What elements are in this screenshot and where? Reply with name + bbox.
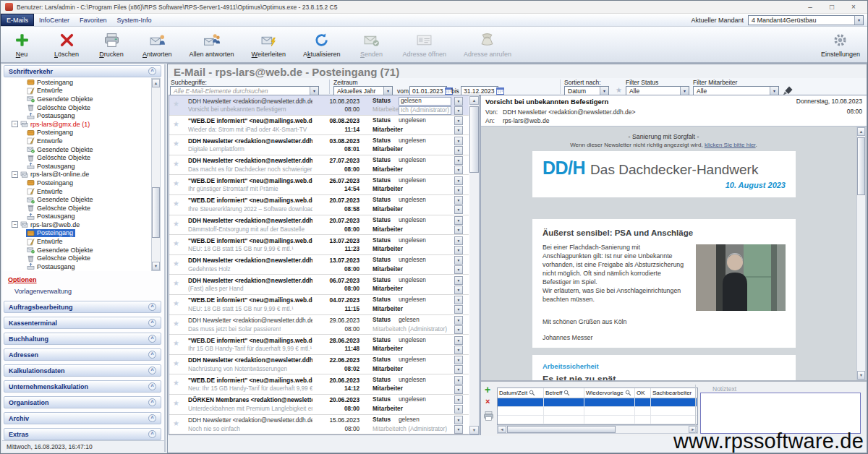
chevron-down-icon[interactable]: ▾ bbox=[454, 346, 463, 354]
notes-col-betreff[interactable]: Betreff bbox=[544, 388, 584, 398]
delete-note-button[interactable]: × bbox=[485, 398, 490, 406]
scroll-up-icon[interactable]: ▲ bbox=[152, 79, 160, 87]
chevron-down-icon[interactable]: ▾ bbox=[454, 126, 463, 134]
chevron-down-icon[interactable]: ▾ bbox=[310, 87, 318, 95]
section-tag[interactable]: Arbeitssicherheit bbox=[542, 362, 786, 370]
star-icon[interactable]: ★ bbox=[173, 180, 179, 187]
chevron-down-icon[interactable]: ▾ bbox=[454, 216, 463, 225]
chevron-down-icon[interactable]: ▾ bbox=[454, 137, 463, 145]
email-row[interactable]: ★"WEB.DE informiert" <neu@mailings.web.d… bbox=[169, 175, 469, 195]
sidebar-section-organisation[interactable]: Organisation^ bbox=[4, 396, 161, 408]
chevron-down-icon[interactable]: ▾ bbox=[454, 296, 463, 304]
tree-item-gesendete-objekte[interactable]: Gesendete Objekte bbox=[4, 246, 150, 254]
star-icon[interactable]: ★ bbox=[173, 360, 179, 367]
collapse-box-icon[interactable]: − bbox=[12, 121, 18, 127]
settings-button[interactable]: Einstellungen bbox=[821, 32, 860, 58]
tree-item-posteingang[interactable]: Posteingang bbox=[4, 229, 150, 238]
email-row[interactable]: ★DDH Newsletter <redaktion@newsletter.dd… bbox=[169, 275, 469, 295]
options-link[interactable]: Optionen bbox=[8, 276, 37, 283]
chevron-down-icon[interactable]: ▾ bbox=[600, 87, 608, 95]
notes-col-sachbearbeiter[interactable]: Sachbearbeiter bbox=[651, 388, 697, 398]
menu-tab-favoriten[interactable]: Favoriten bbox=[75, 14, 112, 26]
scroll-down-icon[interactable]: ▼ bbox=[152, 262, 160, 270]
email-row[interactable]: ★"WEB.DE informiert" <neu@mailings.web.d… bbox=[169, 116, 469, 136]
notes-col-ok[interactable]: OK bbox=[635, 388, 651, 398]
tree-item-postausgang[interactable]: Postausgang bbox=[4, 213, 150, 221]
new-button[interactable]: Neu bbox=[8, 32, 35, 58]
tree-item-posteingang[interactable]: Posteingang bbox=[4, 129, 150, 137]
chevron-down-icon[interactable]: ▾ bbox=[454, 256, 463, 265]
list-scrollbar[interactable]: ▲ ▼ bbox=[469, 96, 479, 434]
email-row[interactable]: ★DDH Newsletter <redaktion@newsletter.dd… bbox=[169, 155, 469, 176]
chevron-down-icon[interactable]: ▾ bbox=[454, 305, 463, 314]
menu-tab-e-mails[interactable]: E-Mails bbox=[1, 14, 34, 26]
chevron-down-icon[interactable]: ▾ bbox=[454, 276, 463, 285]
scroll-left-icon[interactable]: ◄ bbox=[498, 426, 506, 433]
chevron-down-icon[interactable]: ▾ bbox=[454, 166, 463, 174]
sidebar-section-adressen[interactable]: Adressen^ bbox=[4, 348, 161, 361]
chevron-down-icon[interactable]: ▾ bbox=[454, 226, 463, 234]
sidebar-section-archiv[interactable]: Archiv^ bbox=[4, 412, 161, 424]
chevron-down-icon[interactable]: ▾ bbox=[680, 87, 689, 95]
chevron-down-icon[interactable]: ▾ bbox=[454, 405, 463, 414]
star-icon[interactable]: ★ bbox=[173, 220, 179, 228]
chevron-down-icon[interactable]: ▾ bbox=[454, 365, 463, 374]
tree-item-rps-lars@web.de[interactable]: −rps-lars@web.de bbox=[4, 220, 150, 229]
calendar-icon[interactable] bbox=[496, 87, 504, 95]
tree-item-gesendete-objekte[interactable]: Gesendete Objekte bbox=[4, 195, 150, 204]
star-icon[interactable]: ★ bbox=[173, 400, 179, 407]
tree-item-entwürfe[interactable]: Entwürfe bbox=[4, 237, 150, 246]
print-button[interactable]: Drucken bbox=[98, 32, 125, 58]
menu-tab-infocenter[interactable]: InfoCenter bbox=[34, 14, 75, 26]
star-icon[interactable]: ★ bbox=[173, 121, 179, 128]
star-icon[interactable]: ★ bbox=[173, 320, 179, 327]
chevron-down-icon[interactable]: ▾ bbox=[454, 316, 463, 325]
scroll-down-icon[interactable]: ▼ bbox=[857, 371, 865, 380]
email-row[interactable]: ★DDH Newsletter <redaktion@newsletter.dd… bbox=[169, 415, 469, 435]
tree-item-postausgang[interactable]: Postausgang bbox=[4, 262, 150, 271]
scrollbar-thumb[interactable] bbox=[507, 426, 616, 433]
email-row[interactable]: ★DDH Newsletter <redaktion@newsletter.dd… bbox=[169, 315, 469, 335]
chevron-down-icon[interactable]: ▾ bbox=[454, 356, 463, 364]
star-icon[interactable]: ★ bbox=[616, 87, 622, 94]
banner-link[interactable]: klicken Sie bitte hier bbox=[705, 142, 756, 148]
email-row[interactable]: ★"WEB.DE informiert" <neu@mailings.web.d… bbox=[169, 335, 469, 355]
tree-item-gesendete-objekte[interactable]: Gesendete Objekte bbox=[4, 145, 150, 154]
sidebar-section-kassenterminal[interactable]: Kassenterminal^ bbox=[4, 317, 161, 329]
star-icon[interactable]: ★ bbox=[173, 300, 179, 307]
preview-scrollbar[interactable]: ▲ ▼ bbox=[856, 127, 866, 380]
email-row[interactable]: ★"WEB.DE informiert" <neu@mailings.web.d… bbox=[169, 295, 469, 315]
chevron-down-icon[interactable]: ▾ bbox=[454, 336, 463, 345]
scroll-down-icon[interactable]: ▼ bbox=[469, 426, 479, 434]
star-icon[interactable]: ★ bbox=[173, 380, 179, 387]
star-icon[interactable]: ★ bbox=[173, 420, 179, 427]
reply-all-button[interactable]: Allen antworten bbox=[190, 32, 234, 58]
template-management-link[interactable]: Vorlagenverwaltung bbox=[14, 288, 72, 295]
chevron-down-icon[interactable]: ▾ bbox=[454, 176, 463, 185]
email-row[interactable]: ★"WEB.DE informiert" <neu@mailings.web.d… bbox=[169, 235, 469, 255]
chevron-down-icon[interactable]: ▾ bbox=[454, 196, 463, 205]
scroll-up-icon[interactable]: ▲ bbox=[469, 96, 479, 105]
chevron-down-icon[interactable]: ▾ bbox=[454, 106, 463, 115]
chevron-down-icon[interactable]: ▾ bbox=[454, 425, 463, 434]
tree-item-entwürfe[interactable]: Entwürfe bbox=[4, 87, 150, 95]
email-row[interactable]: ★DDH Newsletter <redaktion@newsletter.dd… bbox=[169, 215, 469, 236]
reply-button[interactable]: Antworten bbox=[142, 32, 172, 58]
sidebar-section-extras[interactable]: Extras^ bbox=[4, 428, 161, 440]
star-icon[interactable]: ★ bbox=[173, 200, 179, 207]
chevron-down-icon[interactable]: ▾ bbox=[454, 416, 463, 424]
notes-col-datum-zeit[interactable]: Datum/Zeit bbox=[498, 388, 544, 398]
chevron-down-icon[interactable]: ▾ bbox=[454, 205, 463, 214]
tree-scrollbar[interactable]: ▲ ▼ bbox=[151, 78, 161, 271]
email-row[interactable]: ★DDH Newsletter <redaktion@newsletter.dd… bbox=[169, 255, 469, 275]
scroll-up-icon[interactable]: ▲ bbox=[857, 127, 865, 136]
tree-item-posteingang[interactable]: Posteingang bbox=[4, 78, 150, 87]
chevron-down-icon[interactable]: ▾ bbox=[454, 286, 463, 294]
chevron-down-icon[interactable]: ▾ bbox=[454, 265, 463, 274]
notes-row[interactable] bbox=[498, 407, 697, 416]
tree-item-gelöschte-objekte[interactable]: Gelöschte Objekte bbox=[4, 103, 150, 112]
tree-item-entwürfe[interactable]: Entwürfe bbox=[4, 187, 150, 196]
menu-tab-system-info[interactable]: System-Info bbox=[112, 14, 157, 26]
sidebar-section-buchhaltung[interactable]: Buchhaltung^ bbox=[4, 333, 161, 345]
notes-row[interactable] bbox=[498, 398, 697, 407]
